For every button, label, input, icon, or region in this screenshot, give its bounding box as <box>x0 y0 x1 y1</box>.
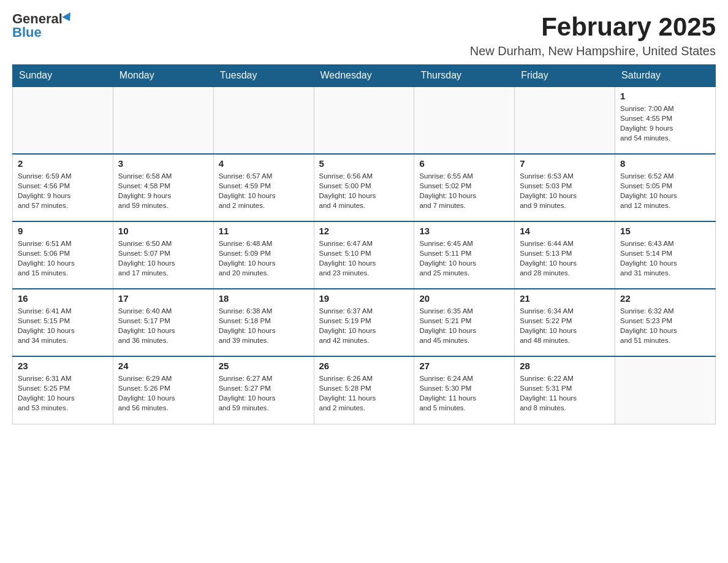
day-info: Sunrise: 6:50 AM Sunset: 5:07 PM Dayligh… <box>118 239 208 278</box>
day-info: Sunrise: 6:58 AM Sunset: 4:58 PM Dayligh… <box>118 171 208 210</box>
day-number: 28 <box>520 361 610 371</box>
calendar-day-cell: 16Sunrise: 6:41 AM Sunset: 5:15 PM Dayli… <box>13 289 113 356</box>
header-wednesday: Wednesday <box>314 65 414 87</box>
day-number: 24 <box>118 361 208 371</box>
day-number: 13 <box>419 226 509 236</box>
header-saturday: Saturday <box>615 65 716 87</box>
day-info: Sunrise: 6:45 AM Sunset: 5:11 PM Dayligh… <box>419 239 509 278</box>
week-row-2: 2Sunrise: 6:59 AM Sunset: 4:56 PM Daylig… <box>13 154 716 221</box>
day-number: 27 <box>419 361 509 371</box>
day-info: Sunrise: 6:22 AM Sunset: 5:31 PM Dayligh… <box>520 373 610 413</box>
calendar-header-row: Sunday Monday Tuesday Wednesday Thursday… <box>13 65 716 87</box>
calendar-day-cell <box>213 86 314 154</box>
day-number: 1 <box>620 91 710 101</box>
day-info: Sunrise: 6:41 AM Sunset: 5:15 PM Dayligh… <box>18 306 108 345</box>
logo-blue-text: Blue <box>12 26 74 39</box>
day-number: 25 <box>219 361 309 371</box>
calendar-day-cell: 25Sunrise: 6:27 AM Sunset: 5:27 PM Dayli… <box>213 356 314 424</box>
calendar-day-cell <box>515 86 615 154</box>
header-thursday: Thursday <box>414 65 515 87</box>
day-info: Sunrise: 6:35 AM Sunset: 5:21 PM Dayligh… <box>419 306 509 345</box>
calendar-day-cell: 26Sunrise: 6:26 AM Sunset: 5:28 PM Dayli… <box>314 356 414 424</box>
calendar-day-cell: 6Sunrise: 6:55 AM Sunset: 5:02 PM Daylig… <box>414 154 515 221</box>
day-info: Sunrise: 6:47 AM Sunset: 5:10 PM Dayligh… <box>319 239 409 278</box>
week-row-3: 9Sunrise: 6:51 AM Sunset: 5:06 PM Daylig… <box>13 221 716 289</box>
logo: General Blue <box>12 12 74 39</box>
day-number: 5 <box>319 158 409 169</box>
day-number: 8 <box>620 158 710 169</box>
calendar-day-cell: 3Sunrise: 6:58 AM Sunset: 4:58 PM Daylig… <box>113 154 213 221</box>
calendar-day-cell: 13Sunrise: 6:45 AM Sunset: 5:11 PM Dayli… <box>414 221 515 289</box>
day-number: 16 <box>18 293 108 304</box>
day-info: Sunrise: 6:59 AM Sunset: 4:56 PM Dayligh… <box>18 171 108 210</box>
week-row-1: 1Sunrise: 7:00 AM Sunset: 4:55 PM Daylig… <box>13 86 716 154</box>
day-info: Sunrise: 6:37 AM Sunset: 5:19 PM Dayligh… <box>319 306 409 345</box>
day-info: Sunrise: 6:57 AM Sunset: 4:59 PM Dayligh… <box>219 171 309 210</box>
calendar-title: February 2025 <box>470 12 716 42</box>
calendar-day-cell: 14Sunrise: 6:44 AM Sunset: 5:13 PM Dayli… <box>515 221 615 289</box>
day-info: Sunrise: 6:43 AM Sunset: 5:14 PM Dayligh… <box>620 239 710 278</box>
day-info: Sunrise: 6:44 AM Sunset: 5:13 PM Dayligh… <box>520 239 610 278</box>
calendar-day-cell <box>314 86 414 154</box>
title-block: February 2025 New Durham, New Hampshire,… <box>470 12 716 58</box>
calendar-day-cell: 10Sunrise: 6:50 AM Sunset: 5:07 PM Dayli… <box>113 221 213 289</box>
day-info: Sunrise: 6:24 AM Sunset: 5:30 PM Dayligh… <box>419 373 509 413</box>
calendar-day-cell: 22Sunrise: 6:32 AM Sunset: 5:23 PM Dayli… <box>615 289 716 356</box>
logo-triangle-icon <box>62 12 74 23</box>
day-info: Sunrise: 6:38 AM Sunset: 5:18 PM Dayligh… <box>219 306 309 345</box>
day-info: Sunrise: 6:51 AM Sunset: 5:06 PM Dayligh… <box>18 239 108 278</box>
day-number: 4 <box>219 158 309 169</box>
calendar-day-cell: 5Sunrise: 6:56 AM Sunset: 5:00 PM Daylig… <box>314 154 414 221</box>
day-number: 20 <box>419 293 509 304</box>
calendar-day-cell: 8Sunrise: 6:52 AM Sunset: 5:05 PM Daylig… <box>615 154 716 221</box>
calendar-day-cell: 18Sunrise: 6:38 AM Sunset: 5:18 PM Dayli… <box>213 289 314 356</box>
day-info: Sunrise: 6:56 AM Sunset: 5:00 PM Dayligh… <box>319 171 409 210</box>
day-number: 19 <box>319 293 409 304</box>
day-number: 6 <box>419 158 509 169</box>
calendar-subtitle: New Durham, New Hampshire, United States <box>470 44 716 58</box>
calendar-day-cell: 9Sunrise: 6:51 AM Sunset: 5:06 PM Daylig… <box>13 221 113 289</box>
day-info: Sunrise: 6:31 AM Sunset: 5:25 PM Dayligh… <box>18 373 108 413</box>
day-number: 22 <box>620 293 710 304</box>
calendar-day-cell <box>13 86 113 154</box>
day-info: Sunrise: 6:48 AM Sunset: 5:09 PM Dayligh… <box>219 239 309 278</box>
day-info: Sunrise: 6:40 AM Sunset: 5:17 PM Dayligh… <box>118 306 208 345</box>
day-info: Sunrise: 7:00 AM Sunset: 4:55 PM Dayligh… <box>620 104 710 143</box>
day-number: 3 <box>118 158 208 169</box>
calendar-day-cell <box>414 86 515 154</box>
calendar-day-cell: 15Sunrise: 6:43 AM Sunset: 5:14 PM Dayli… <box>615 221 716 289</box>
header-friday: Friday <box>515 65 615 87</box>
day-info: Sunrise: 6:53 AM Sunset: 5:03 PM Dayligh… <box>520 171 610 210</box>
day-number: 23 <box>18 361 108 371</box>
day-number: 9 <box>18 226 108 236</box>
calendar-table: Sunday Monday Tuesday Wednesday Thursday… <box>12 64 716 424</box>
day-info: Sunrise: 6:52 AM Sunset: 5:05 PM Dayligh… <box>620 171 710 210</box>
day-info: Sunrise: 6:29 AM Sunset: 5:26 PM Dayligh… <box>118 373 208 413</box>
calendar-day-cell: 2Sunrise: 6:59 AM Sunset: 4:56 PM Daylig… <box>13 154 113 221</box>
calendar-day-cell: 24Sunrise: 6:29 AM Sunset: 5:26 PM Dayli… <box>113 356 213 424</box>
calendar-day-cell: 4Sunrise: 6:57 AM Sunset: 4:59 PM Daylig… <box>213 154 314 221</box>
logo-general-text: General <box>12 12 63 26</box>
calendar-day-cell: 11Sunrise: 6:48 AM Sunset: 5:09 PM Dayli… <box>213 221 314 289</box>
calendar-day-cell <box>615 356 716 424</box>
calendar-day-cell: 20Sunrise: 6:35 AM Sunset: 5:21 PM Dayli… <box>414 289 515 356</box>
calendar-day-cell: 12Sunrise: 6:47 AM Sunset: 5:10 PM Dayli… <box>314 221 414 289</box>
day-number: 7 <box>520 158 610 169</box>
day-info: Sunrise: 6:32 AM Sunset: 5:23 PM Dayligh… <box>620 306 710 345</box>
calendar-day-cell <box>113 86 213 154</box>
week-row-4: 16Sunrise: 6:41 AM Sunset: 5:15 PM Dayli… <box>13 289 716 356</box>
day-number: 15 <box>620 226 710 236</box>
week-row-5: 23Sunrise: 6:31 AM Sunset: 5:25 PM Dayli… <box>13 356 716 424</box>
day-number: 14 <box>520 226 610 236</box>
day-info: Sunrise: 6:27 AM Sunset: 5:27 PM Dayligh… <box>219 373 309 413</box>
header-tuesday: Tuesday <box>213 65 314 87</box>
day-info: Sunrise: 6:55 AM Sunset: 5:02 PM Dayligh… <box>419 171 509 210</box>
calendar-day-cell: 28Sunrise: 6:22 AM Sunset: 5:31 PM Dayli… <box>515 356 615 424</box>
calendar-day-cell: 17Sunrise: 6:40 AM Sunset: 5:17 PM Dayli… <box>113 289 213 356</box>
day-number: 17 <box>118 293 208 304</box>
calendar-day-cell: 7Sunrise: 6:53 AM Sunset: 5:03 PM Daylig… <box>515 154 615 221</box>
calendar-day-cell: 21Sunrise: 6:34 AM Sunset: 5:22 PM Dayli… <box>515 289 615 356</box>
day-number: 2 <box>18 158 108 169</box>
header-monday: Monday <box>113 65 213 87</box>
day-info: Sunrise: 6:34 AM Sunset: 5:22 PM Dayligh… <box>520 306 610 345</box>
